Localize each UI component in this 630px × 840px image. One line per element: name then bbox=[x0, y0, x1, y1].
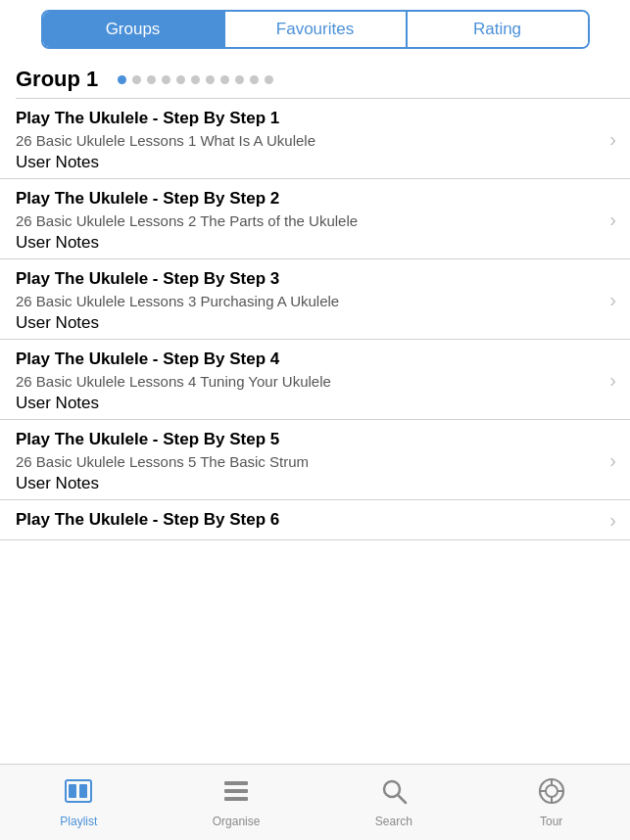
nav-search-label: Search bbox=[375, 815, 412, 828]
dot-2[interactable] bbox=[132, 75, 141, 84]
nav-tour[interactable]: Tour bbox=[472, 765, 630, 840]
lesson-notes: User Notes bbox=[16, 233, 614, 253]
lesson-title: Play The Ukulele - Step By Step 2 bbox=[16, 189, 614, 209]
search-icon bbox=[379, 776, 409, 811]
nav-tour-label: Tour bbox=[540, 815, 562, 828]
chevron-icon: › bbox=[609, 288, 616, 310]
chevron-icon: › bbox=[609, 208, 616, 230]
dot-4[interactable] bbox=[162, 75, 170, 84]
dot-11[interactable] bbox=[265, 75, 273, 84]
dot-8[interactable] bbox=[220, 75, 229, 84]
dot-7[interactable] bbox=[206, 75, 215, 84]
list-item[interactable]: Play The Ukulele - Step By Step 6 › bbox=[0, 500, 630, 540]
lesson-title: Play The Ukulele - Step By Step 3 bbox=[16, 269, 614, 289]
lesson-title: Play The Ukulele - Step By Step 1 bbox=[16, 109, 614, 128]
nav-organise-label: Organise bbox=[213, 815, 261, 828]
top-tab-bar: Groups Favourites Rating bbox=[0, 0, 630, 57]
nav-playlist-label: Playlist bbox=[60, 815, 97, 828]
lesson-subtitle: 26 Basic Ukulele Lessons 2 The Parts of … bbox=[16, 212, 614, 229]
lesson-title: Play The Ukulele - Step By Step 6 bbox=[16, 510, 614, 530]
organise-icon bbox=[221, 776, 251, 811]
lesson-title: Play The Ukulele - Step By Step 5 bbox=[16, 430, 614, 449]
pagination-dots bbox=[118, 75, 273, 84]
chevron-icon: › bbox=[609, 509, 616, 532]
lesson-subtitle: 26 Basic Ukulele Lessons 5 The Basic Str… bbox=[16, 453, 614, 470]
dot-5[interactable] bbox=[176, 75, 185, 84]
lesson-subtitle: 26 Basic Ukulele Lessons 4 Tuning Your U… bbox=[16, 373, 614, 390]
tab-favourites[interactable]: Favourites bbox=[225, 12, 408, 47]
list-item[interactable]: Play The Ukulele - Step By Step 3 26 Bas… bbox=[0, 259, 630, 340]
svg-rect-5 bbox=[224, 797, 248, 801]
dot-3[interactable] bbox=[147, 75, 156, 84]
nav-organise[interactable]: Organise bbox=[158, 765, 315, 840]
dot-6[interactable] bbox=[191, 75, 200, 84]
dot-9[interactable] bbox=[235, 75, 244, 84]
list-item[interactable]: Play The Ukulele - Step By Step 5 26 Bas… bbox=[0, 420, 630, 500]
lesson-subtitle: 26 Basic Ukulele Lessons 1 What Is A Uku… bbox=[16, 132, 614, 149]
tab-rating[interactable]: Rating bbox=[408, 12, 588, 47]
tab-groups[interactable]: Groups bbox=[43, 12, 225, 47]
lesson-list: Play The Ukulele - Step By Step 1 26 Bas… bbox=[0, 99, 630, 619]
chevron-icon: › bbox=[609, 368, 616, 391]
list-item[interactable]: Play The Ukulele - Step By Step 4 26 Bas… bbox=[0, 340, 630, 420]
lesson-title: Play The Ukulele - Step By Step 4 bbox=[16, 350, 614, 369]
chevron-icon: › bbox=[609, 127, 616, 150]
nav-playlist[interactable]: Playlist bbox=[0, 765, 158, 840]
lesson-subtitle: 26 Basic Ukulele Lessons 3 Purchasing A … bbox=[16, 293, 614, 309]
svg-rect-4 bbox=[224, 789, 248, 793]
lesson-notes: User Notes bbox=[16, 474, 614, 493]
svg-point-9 bbox=[546, 785, 557, 797]
tour-icon bbox=[537, 776, 566, 811]
segment-control: Groups Favourites Rating bbox=[41, 10, 590, 49]
lesson-notes: User Notes bbox=[16, 153, 614, 172]
group-title: Group 1 bbox=[16, 67, 98, 92]
dot-10[interactable] bbox=[250, 75, 259, 84]
svg-rect-2 bbox=[79, 784, 87, 798]
svg-rect-3 bbox=[224, 781, 248, 785]
svg-rect-1 bbox=[69, 784, 76, 798]
bottom-nav-bar: Playlist Organise Search bbox=[0, 764, 630, 840]
group-header: Group 1 bbox=[0, 57, 630, 98]
lesson-notes: User Notes bbox=[16, 313, 614, 333]
chevron-icon: › bbox=[609, 448, 616, 471]
list-item[interactable]: Play The Ukulele - Step By Step 2 26 Bas… bbox=[0, 179, 630, 259]
list-item[interactable]: Play The Ukulele - Step By Step 1 26 Bas… bbox=[0, 99, 630, 179]
nav-search[interactable]: Search bbox=[315, 765, 473, 840]
lesson-notes: User Notes bbox=[16, 394, 614, 413]
dot-1[interactable] bbox=[118, 75, 126, 84]
svg-line-7 bbox=[398, 795, 406, 803]
playlist-icon bbox=[64, 776, 93, 811]
